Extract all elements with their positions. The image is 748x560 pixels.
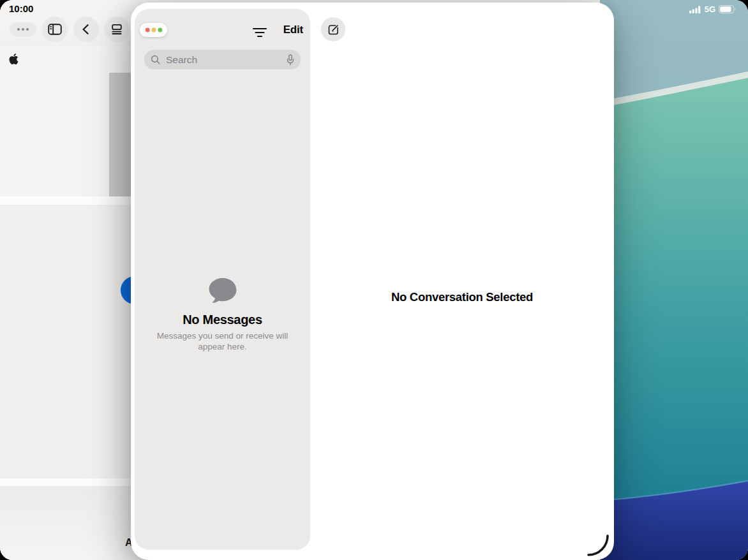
search-input[interactable] xyxy=(165,54,286,66)
cellular-signal-icon xyxy=(689,6,701,13)
zoom-dot-icon xyxy=(158,28,162,33)
chat-bubble-icon xyxy=(208,295,237,306)
window-more-button[interactable] xyxy=(10,22,36,36)
wallpaper-art xyxy=(594,0,748,560)
empty-state-subtitle: Messages you send or receive will appear… xyxy=(154,330,291,353)
search-icon xyxy=(151,55,161,65)
empty-state: No Messages Messages you send or receive… xyxy=(135,277,310,353)
wallpaper xyxy=(594,0,748,560)
resize-corner-icon xyxy=(588,536,608,555)
window-controls[interactable] xyxy=(140,23,167,37)
messages-sidebar: Edit xyxy=(135,9,310,550)
ipad-screen: A Edit xyxy=(0,0,748,560)
filter-button[interactable] xyxy=(252,27,267,40)
no-conversation-placeholder: No Conversation Selected xyxy=(310,290,614,304)
sidebar-toggle-icon xyxy=(48,24,62,35)
minimize-dot-icon xyxy=(151,28,156,33)
battery-icon xyxy=(719,5,737,13)
reader-page-icon xyxy=(110,23,123,36)
empty-state-title: No Messages xyxy=(135,313,310,327)
pages-button[interactable] xyxy=(104,17,130,42)
compose-button[interactable] xyxy=(321,17,345,41)
sidebar-toggle-button[interactable] xyxy=(42,17,68,42)
microphone-button[interactable] xyxy=(286,54,295,66)
microphone-icon xyxy=(286,54,295,66)
close-dot-icon xyxy=(145,28,149,33)
status-cluster: 5G xyxy=(689,4,737,14)
status-time: 10:00 xyxy=(9,3,33,14)
network-label: 5G xyxy=(705,4,715,14)
messages-window: Edit xyxy=(131,3,614,560)
filter-lines-icon xyxy=(252,27,267,38)
compose-icon xyxy=(327,23,340,36)
ellipsis-icon xyxy=(17,27,29,31)
chevron-back-icon xyxy=(80,23,93,36)
back-button[interactable] xyxy=(73,17,99,42)
edit-button[interactable]: Edit xyxy=(283,24,303,36)
search-bar[interactable] xyxy=(144,50,301,70)
resize-corner-handle[interactable] xyxy=(586,533,610,557)
window-controls-icon xyxy=(145,27,163,33)
apple-logo-icon xyxy=(8,53,19,68)
